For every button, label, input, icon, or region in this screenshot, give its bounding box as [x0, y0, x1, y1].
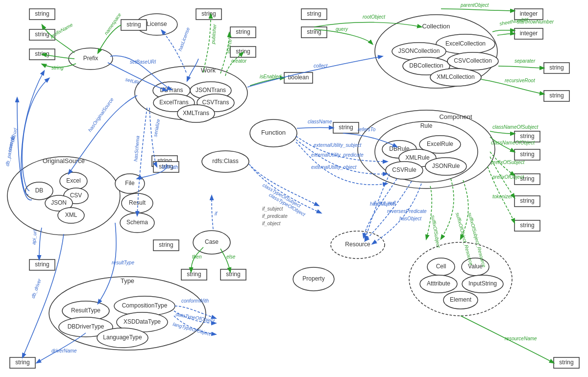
- label-property: Property: [302, 275, 324, 282]
- label-originalsource: OriginalSource: [43, 157, 85, 165]
- edge-classname: [297, 127, 333, 128]
- label-string-schema: string: [159, 241, 173, 248]
- label-string-tr1: string: [307, 10, 321, 17]
- label-externalutility-predicate: externalUtility_predicate: [311, 152, 364, 158]
- label-collection: Collection: [422, 23, 450, 30]
- label-json-collection: JSONCollection: [398, 47, 440, 54]
- label-startrownumber: startRowNumber: [517, 19, 554, 24]
- label-string-1: string: [35, 10, 49, 17]
- edge-externalutility-object: [296, 142, 387, 185]
- label-license: License: [147, 21, 167, 27]
- label-string-lic: string: [126, 21, 141, 28]
- label-csv-collection: CSVCollection: [454, 57, 491, 64]
- label-string-classname: string: [339, 124, 353, 131]
- label-result: Result: [129, 199, 146, 206]
- edge-publisher: [203, 14, 211, 72]
- label-cell: Cell: [436, 263, 446, 270]
- edge-if-condition: [212, 196, 213, 229]
- label-db-password: db_password: [4, 137, 15, 166]
- edge-startrownumber: [497, 34, 514, 35]
- label-case: Case: [205, 238, 219, 245]
- label-integer-1: integer: [520, 10, 538, 17]
- label-hasoriginalsource: hasOriginalSource: [87, 96, 115, 133]
- edge-collect: [247, 56, 382, 87]
- label-db: DB: [35, 187, 44, 194]
- label-function: Function: [261, 129, 286, 136]
- edge-hassubject: [365, 174, 390, 240]
- label-integer-2: integer: [520, 30, 538, 37]
- label-if-object: if_object: [262, 221, 281, 226]
- label-prefixofobject: prefixOfObject: [492, 174, 524, 180]
- edge-rootobject: [314, 23, 421, 27]
- label-string-col-r1: string: [549, 64, 564, 71]
- label-xml-rule: XMLRule: [405, 154, 430, 161]
- label-rdfs-class: rdfs:Class: [212, 158, 238, 165]
- label-exceltrans: ExcelTrans: [159, 99, 189, 106]
- label-composition-type: CompositionType: [122, 302, 168, 309]
- label-boolean: boolean: [288, 74, 309, 81]
- edge-parentobject: [441, 9, 514, 11]
- label-refersto: refersTo: [358, 127, 376, 132]
- label-xml-collection: XMLCollection: [437, 73, 474, 80]
- edge-suffixofobject: [441, 179, 454, 239]
- edge-db-url: [22, 78, 49, 191]
- label-recursiveroot: recursiveRoot: [505, 78, 536, 83]
- label-xml: XML: [65, 212, 77, 218]
- label-component: Component: [439, 113, 472, 120]
- label-string-comp5: string: [520, 222, 534, 229]
- label-namespace: namespace: [103, 12, 122, 36]
- label-string-comp4: string: [520, 197, 534, 204]
- label-string: string: [51, 65, 64, 71]
- edge-db-user: [21, 71, 44, 195]
- label-string-br: string: [559, 359, 573, 366]
- label-csvtrans: CSVTrans: [202, 99, 229, 106]
- label-prefix: Prefix: [83, 55, 98, 62]
- label-if-predicate: if_predicate: [262, 213, 288, 219]
- label-haspredicate: reversesPredicate: [387, 209, 427, 214]
- label-creator: creator: [231, 58, 247, 64]
- label-string-bl: string: [15, 359, 29, 366]
- label-file: File: [125, 180, 135, 187]
- label-separater: separater: [514, 58, 536, 64]
- label-excel-rule: ExcelRule: [427, 141, 453, 147]
- label-collect: collect: [314, 63, 328, 69]
- label-result-type: ResultType: [71, 307, 100, 314]
- label-rootobject: rootObject: [363, 14, 386, 20]
- label-rule: Rule: [420, 122, 433, 129]
- edge-apiurl: [39, 228, 42, 259]
- label-query: query: [336, 26, 348, 32]
- label-string-comp2: string: [520, 151, 534, 158]
- label-string-comp1: string: [520, 133, 534, 140]
- label-classnameofsubject: classNameOfSubject: [492, 124, 539, 130]
- label-schema: Schema: [126, 219, 148, 226]
- label-hasobject: hasObject: [399, 216, 422, 221]
- label-else: else: [226, 254, 236, 259]
- label-classtypeofsubject: classTypeOfSubject: [262, 182, 302, 209]
- label-setbaseuri: setBaseURI: [130, 59, 156, 65]
- label-if: if: [215, 211, 218, 216]
- label-then: then: [192, 254, 202, 259]
- label-resourcename: resourceName: [505, 336, 537, 341]
- label-xsd-datatype: XSDDataType: [123, 318, 161, 325]
- label-hasschema: hasSchema: [133, 135, 141, 162]
- label-serialize: serialize: [152, 118, 161, 137]
- label-string-3: string: [35, 50, 49, 57]
- label-string-tc3: string: [236, 48, 250, 55]
- label-language-type: LanguageType: [103, 334, 142, 341]
- label-csv-rule: CSVRule: [392, 166, 416, 173]
- label-apiurl: api_url: [31, 230, 38, 245]
- edge-classnameofsubject: [490, 131, 514, 134]
- edge-sheetnumber: [492, 30, 514, 32]
- label-json-rule: JSONRule: [432, 163, 460, 169]
- label-xmltrans: XMLTrans: [183, 110, 209, 117]
- label-ifnotnull: if_not_null: [373, 200, 396, 206]
- label-tokenizer: tokenizer: [492, 194, 513, 199]
- label-classname: className: [308, 119, 332, 124]
- label-parentobject: parentObject: [460, 2, 489, 8]
- label-string-col-r2: string: [549, 92, 564, 99]
- label-resulttype: resultType: [112, 260, 134, 265]
- label-externalutility-object: externalUtility_object: [311, 165, 357, 170]
- label-db-collection: DBCollection: [409, 62, 443, 69]
- label-work: Work: [201, 67, 216, 74]
- label-dbdriver: db_driver: [30, 278, 43, 299]
